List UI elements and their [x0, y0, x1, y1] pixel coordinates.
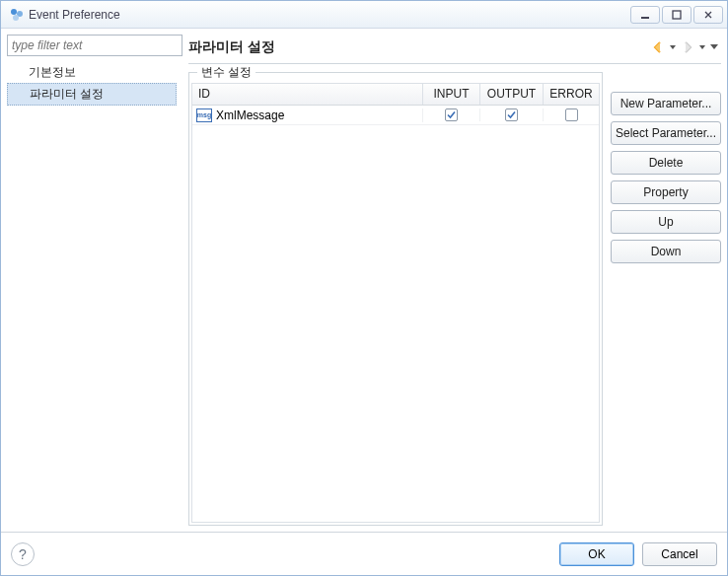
close-button[interactable] [693, 6, 723, 24]
delete-button[interactable]: Delete [611, 151, 721, 175]
message-icon: msg [196, 108, 212, 122]
dialog-footer: ? OK Cancel [1, 532, 727, 575]
nav-back-menu[interactable] [668, 44, 678, 50]
window-title: Event Preference [29, 8, 120, 22]
sidebar: 기본정보 파라미터 설정 [7, 35, 182, 526]
titlebar: Event Preference [1, 1, 727, 29]
checkbox-output[interactable] [505, 108, 518, 121]
col-header-input[interactable]: INPUT [423, 84, 480, 105]
cell-error[interactable] [544, 108, 599, 121]
button-column: New Parameter... Select Parameter... Del… [611, 72, 721, 526]
minimize-button[interactable] [630, 6, 660, 24]
maximize-button[interactable] [662, 6, 692, 24]
cell-id: msg XmlMessage [192, 108, 423, 122]
checkbox-input[interactable] [445, 108, 458, 121]
cell-id-text: XmlMessage [216, 108, 284, 122]
col-header-id[interactable]: ID [192, 84, 423, 105]
content-pane: 파라미터 설정 [188, 35, 721, 526]
ok-button[interactable]: OK [559, 542, 634, 566]
nav-item-basic-info[interactable]: 기본정보 [7, 62, 182, 83]
filter-input[interactable] [7, 35, 182, 56]
cell-input[interactable] [423, 108, 480, 121]
property-button[interactable]: Property [611, 180, 721, 204]
view-menu[interactable] [707, 43, 721, 51]
nav-forward-menu[interactable] [697, 44, 707, 50]
group-label: 변수 설정 [197, 64, 255, 81]
content-header: 파라미터 설정 [188, 35, 721, 64]
cancel-button[interactable]: Cancel [642, 542, 717, 566]
svg-rect-4 [673, 11, 681, 19]
table-body: msg XmlMessage [192, 106, 599, 522]
svg-rect-3 [641, 17, 649, 19]
checkbox-error[interactable] [565, 108, 578, 121]
svg-point-0 [11, 9, 17, 15]
table-row[interactable]: msg XmlMessage [192, 106, 599, 125]
nav-back-button[interactable] [648, 38, 668, 56]
parameter-table: ID INPUT OUTPUT ERROR msg XmlMessage [191, 83, 600, 523]
help-button[interactable]: ? [11, 542, 35, 566]
nav-item-parameter-settings[interactable]: 파라미터 설정 [7, 83, 177, 106]
col-header-error[interactable]: ERROR [544, 84, 599, 105]
dialog-window: Event Preference 기본정보 파라미터 설정 파라미터 설정 [0, 0, 728, 576]
page-title: 파라미터 설정 [188, 38, 275, 56]
svg-point-2 [13, 15, 19, 21]
new-parameter-button[interactable]: New Parameter... [611, 92, 721, 115]
up-button[interactable]: Up [611, 210, 721, 234]
table-header: ID INPUT OUTPUT ERROR [192, 84, 599, 106]
cell-output[interactable] [480, 108, 544, 121]
app-icon [9, 7, 25, 23]
down-button[interactable]: Down [611, 240, 721, 263]
nav-tree: 기본정보 파라미터 설정 [7, 56, 182, 526]
select-parameter-button[interactable]: Select Parameter... [611, 121, 721, 145]
variable-settings-group: 변수 설정 ID INPUT OUTPUT ERROR [188, 72, 603, 526]
nav-forward-button[interactable] [678, 38, 697, 56]
col-header-output[interactable]: OUTPUT [480, 84, 544, 105]
